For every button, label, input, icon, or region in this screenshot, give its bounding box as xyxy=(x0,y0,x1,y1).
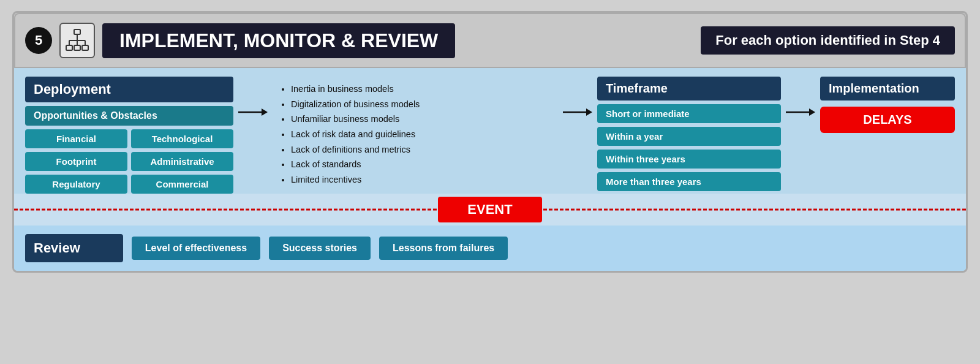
bullets-column: Inertia in business models Digitalizatio… xyxy=(273,82,558,187)
timeframe-column: Timeframe Short or immediate Within a ye… xyxy=(597,77,781,191)
arrow-icon-1 xyxy=(238,105,268,119)
sub-item-commercial: Commercial xyxy=(131,175,233,194)
svg-marker-10 xyxy=(262,108,268,116)
sub-item-financial: Financial xyxy=(25,129,127,148)
timeframe-three-years: Within three years xyxy=(597,150,781,169)
sub-item-regulatory: Regulatory xyxy=(25,175,127,194)
header-subtitle: For each option identified in Step 4 xyxy=(701,26,955,55)
arrow-2 xyxy=(558,105,597,119)
svg-rect-1 xyxy=(66,45,72,50)
deployment-header: Deployment xyxy=(25,77,233,102)
bullet-item-6: Lack of standards xyxy=(291,157,551,172)
timeframe-header: Timeframe xyxy=(597,77,781,100)
svg-rect-0 xyxy=(74,29,80,34)
arrow-icon-2 xyxy=(563,105,592,119)
network-icon xyxy=(64,27,91,54)
svg-marker-14 xyxy=(809,108,815,116)
arrow-icon-3 xyxy=(786,105,815,119)
bullet-item-2: Digitalization of business models xyxy=(291,97,551,112)
step-number: 5 xyxy=(25,27,52,54)
event-box: EVENT xyxy=(438,197,541,222)
timeframe-year: Within a year xyxy=(597,127,781,146)
deployment-column: Deployment Opportunities & Obstacles Fin… xyxy=(25,77,233,194)
bullet-list: Inertia in business models Digitalizatio… xyxy=(280,82,551,187)
review-effectiveness: Level of effectiveness xyxy=(132,237,260,260)
opportunities-obstacles-bar: Opportunities & Obstacles xyxy=(25,106,233,126)
implementation-header: Implementation xyxy=(820,77,955,100)
review-section: Review Level of effectiveness Success st… xyxy=(14,226,966,271)
review-success: Success stories xyxy=(269,237,371,260)
review-lessons: Lessons from failures xyxy=(379,237,508,260)
svg-rect-2 xyxy=(74,45,80,50)
timeframe-more-three: More than three years xyxy=(597,172,781,191)
top-section: Deployment Opportunities & Obstacles Fin… xyxy=(25,77,955,194)
bullet-item-7: Limited incentives xyxy=(291,172,551,188)
sub-item-technological: Technological xyxy=(131,129,233,148)
arrow-1 xyxy=(233,105,273,119)
implementation-column: Implementation DELAYS xyxy=(820,77,955,133)
arrow-3 xyxy=(781,105,820,119)
bullet-item-4: Lack of risk data and guidelines xyxy=(291,127,551,142)
review-header: Review xyxy=(25,234,123,262)
timeframe-short: Short or immediate xyxy=(597,104,781,123)
page-title: IMPLEMENT, MONITOR & REVIEW xyxy=(102,23,455,58)
header-bar: 5 IMPLEMENT, MONITOR & REVIEW For each xyxy=(14,13,966,68)
event-divider: EVENT xyxy=(12,194,968,226)
svg-marker-12 xyxy=(586,108,592,116)
svg-rect-3 xyxy=(82,45,88,50)
step-icon xyxy=(59,23,95,58)
bullet-item-3: Unfamiliar business models xyxy=(291,112,551,127)
sub-items-grid: Financial Technological Footprint Admini… xyxy=(25,129,233,194)
delays-box: DELAYS xyxy=(820,107,955,133)
bullet-item-5: Lack of definitions and metrics xyxy=(291,142,551,157)
sub-item-footprint: Footprint xyxy=(25,152,127,171)
sub-item-administrative: Administrative xyxy=(131,152,233,171)
bullet-item-1: Inertia in business models xyxy=(291,82,551,97)
